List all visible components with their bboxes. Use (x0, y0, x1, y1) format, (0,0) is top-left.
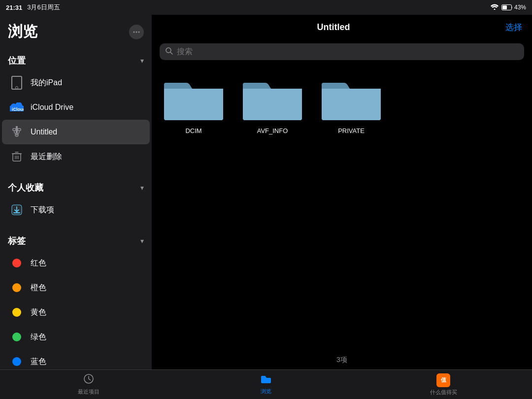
sidebar-header: 浏览 (0, 15, 152, 46)
my-ipad-label: 我的iPad (31, 78, 62, 88)
tab-browse[interactable]: 浏览 (177, 374, 355, 395)
file-item-dcim[interactable]: DCIM (162, 74, 226, 134)
tab-bar: 最近项目 浏览 值 什么值得买 (0, 369, 532, 399)
trash-icon (10, 150, 24, 164)
svg-rect-12 (13, 129, 16, 131)
status-bar: 21:31 3月6日周五 43% (0, 0, 532, 15)
svg-point-15 (16, 134, 17, 135)
content-area: Untitled 选择 (152, 15, 532, 369)
ipad-icon (10, 76, 24, 90)
tab-recent[interactable]: 最近项目 (0, 373, 177, 396)
browse-icon (261, 374, 271, 386)
brand-label: 什么值得买 (430, 389, 457, 396)
tags-section-header[interactable]: 标签 ▾ (0, 226, 152, 251)
svg-rect-2 (502, 5, 507, 9)
svg-rect-13 (18, 129, 21, 131)
sidebar-item-icloud-drive[interactable]: iCloud iCloud Drive (2, 95, 150, 120)
browse-tab-label: 浏览 (261, 388, 271, 395)
folder-icon-avf-info (240, 74, 304, 123)
brand-icon: 值 (441, 376, 446, 384)
sidebar-item-recently-deleted[interactable]: 最近删除 (2, 144, 150, 169)
status-time: 21:31 (6, 4, 22, 11)
svg-point-5 (138, 31, 140, 33)
untitled-label: Untitled (31, 128, 57, 136)
search-bar (160, 43, 524, 60)
blue-label: 蓝色 (31, 357, 46, 367)
downloads-label: 下载项 (31, 205, 54, 215)
content-header: Untitled 选择 (152, 15, 532, 39)
sidebar-title: 浏览 (8, 22, 37, 42)
orange-label: 橙色 (31, 283, 46, 293)
dcim-name: DCIM (185, 127, 201, 134)
file-grid: DCIM AVF_INFO (152, 64, 532, 355)
red-label: 红色 (31, 258, 46, 268)
wifi-icon (491, 4, 499, 11)
private-name: PRIVATE (338, 127, 365, 134)
file-item-avf-info[interactable]: AVF_INFO (240, 74, 304, 134)
search-input[interactable] (177, 47, 518, 56)
avf-info-name: AVF_INFO (257, 127, 288, 134)
sidebar: 浏览 位置 ▾ 我的iPad (0, 15, 152, 369)
recently-deleted-label: 最近删除 (31, 152, 62, 162)
green-label: 绿色 (31, 332, 46, 342)
search-icon (166, 47, 173, 56)
location-section-title: 位置 (8, 55, 26, 66)
red-tag-icon (10, 256, 24, 270)
svg-point-3 (133, 31, 135, 33)
content-title: Untitled (162, 22, 505, 33)
download-icon (10, 203, 24, 217)
location-section-header[interactable]: 位置 ▾ (0, 46, 152, 70)
status-icons: 43% (491, 4, 526, 11)
location-chevron-icon: ▾ (140, 57, 144, 65)
favorites-section-title: 个人收藏 (8, 182, 43, 194)
status-date: 3月6日周五 (27, 3, 60, 12)
svg-line-19 (170, 52, 172, 54)
icloud-icon: iCloud (10, 100, 24, 114)
select-button[interactable]: 选择 (505, 22, 522, 33)
sidebar-item-downloads[interactable]: 下载项 (2, 198, 150, 222)
orange-tag-icon (10, 281, 24, 295)
tags-chevron-icon: ▾ (140, 237, 144, 245)
yellow-tag-icon (10, 305, 24, 319)
blue-tag-icon (10, 355, 24, 368)
battery-percent: 43% (514, 4, 526, 11)
sidebar-item-red[interactable]: 红色 (2, 251, 150, 275)
sidebar-item-green[interactable]: 绿色 (2, 325, 150, 349)
sidebar-item-yellow[interactable]: 黄色 (2, 300, 150, 325)
svg-text:iCloud: iCloud (12, 107, 24, 112)
item-count-container: 3项 (152, 355, 532, 369)
file-item-private[interactable]: PRIVATE (319, 74, 383, 134)
favorites-chevron-icon: ▾ (140, 184, 144, 192)
sidebar-item-orange[interactable]: 橙色 (2, 275, 150, 300)
recent-tab-label: 最近项目 (78, 388, 100, 396)
main-container: 浏览 位置 ▾ 我的iPad (0, 15, 532, 369)
sidebar-item-blue[interactable]: 蓝色 (2, 349, 150, 369)
yellow-label: 黄色 (31, 307, 46, 318)
svg-point-4 (136, 31, 137, 33)
item-count: 3项 (336, 356, 347, 367)
icloud-drive-label: iCloud Drive (31, 103, 73, 112)
usb-icon (10, 125, 24, 139)
recent-icon (83, 373, 94, 387)
tab-brand[interactable]: 值 什么值得买 (355, 373, 532, 396)
tags-section-title: 标签 (8, 235, 26, 247)
green-tag-icon (10, 330, 24, 344)
sidebar-item-my-ipad[interactable]: 我的iPad (2, 70, 150, 95)
more-button[interactable] (129, 25, 144, 39)
favorites-section-header[interactable]: 个人收藏 ▾ (0, 173, 152, 198)
folder-icon-private (319, 74, 383, 123)
sidebar-item-untitled[interactable]: Untitled (2, 120, 150, 144)
battery-icon: 43% (501, 4, 526, 11)
folder-icon-dcim (162, 74, 226, 123)
svg-point-0 (494, 8, 495, 10)
brand-logo: 值 (436, 373, 450, 387)
